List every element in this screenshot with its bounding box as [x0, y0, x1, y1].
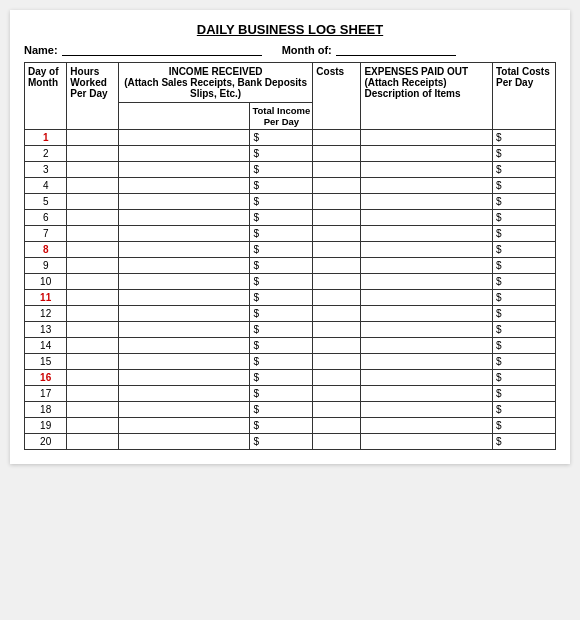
costs-cell[interactable]: [313, 178, 361, 194]
description-cell[interactable]: [361, 242, 493, 258]
total-income-cell[interactable]: $: [250, 258, 313, 274]
total-costs-cell[interactable]: $: [493, 338, 556, 354]
total-costs-cell[interactable]: $: [493, 354, 556, 370]
income-main-cell[interactable]: [118, 178, 250, 194]
income-main-cell[interactable]: [118, 162, 250, 178]
total-costs-cell[interactable]: $: [493, 322, 556, 338]
description-cell[interactable]: [361, 418, 493, 434]
description-cell[interactable]: [361, 258, 493, 274]
total-costs-cell[interactable]: $: [493, 274, 556, 290]
hours-cell[interactable]: [67, 162, 118, 178]
hours-cell[interactable]: [67, 226, 118, 242]
description-cell[interactable]: [361, 290, 493, 306]
total-costs-cell[interactable]: $: [493, 194, 556, 210]
income-main-cell[interactable]: [118, 258, 250, 274]
total-costs-cell[interactable]: $: [493, 402, 556, 418]
total-costs-cell[interactable]: $: [493, 258, 556, 274]
costs-cell[interactable]: [313, 402, 361, 418]
total-costs-cell[interactable]: $: [493, 370, 556, 386]
costs-cell[interactable]: [313, 146, 361, 162]
description-cell[interactable]: [361, 322, 493, 338]
total-costs-cell[interactable]: $: [493, 386, 556, 402]
costs-cell[interactable]: [313, 322, 361, 338]
total-costs-cell[interactable]: $: [493, 434, 556, 450]
income-main-cell[interactable]: [118, 242, 250, 258]
hours-cell[interactable]: [67, 418, 118, 434]
total-income-cell[interactable]: $: [250, 418, 313, 434]
description-cell[interactable]: [361, 434, 493, 450]
description-cell[interactable]: [361, 210, 493, 226]
hours-cell[interactable]: [67, 258, 118, 274]
income-main-cell[interactable]: [118, 354, 250, 370]
total-income-cell[interactable]: $: [250, 210, 313, 226]
total-income-cell[interactable]: $: [250, 386, 313, 402]
total-income-cell[interactable]: $: [250, 290, 313, 306]
description-cell[interactable]: [361, 226, 493, 242]
hours-cell[interactable]: [67, 194, 118, 210]
description-cell[interactable]: [361, 178, 493, 194]
costs-cell[interactable]: [313, 258, 361, 274]
income-main-cell[interactable]: [118, 370, 250, 386]
income-main-cell[interactable]: [118, 194, 250, 210]
income-main-cell[interactable]: [118, 226, 250, 242]
hours-cell[interactable]: [67, 338, 118, 354]
total-income-cell[interactable]: $: [250, 274, 313, 290]
description-cell[interactable]: [361, 386, 493, 402]
total-income-cell[interactable]: $: [250, 434, 313, 450]
total-costs-cell[interactable]: $: [493, 242, 556, 258]
income-main-cell[interactable]: [118, 322, 250, 338]
description-cell[interactable]: [361, 402, 493, 418]
hours-cell[interactable]: [67, 274, 118, 290]
hours-cell[interactable]: [67, 178, 118, 194]
total-income-cell[interactable]: $: [250, 162, 313, 178]
description-cell[interactable]: [361, 162, 493, 178]
total-income-cell[interactable]: $: [250, 194, 313, 210]
hours-cell[interactable]: [67, 402, 118, 418]
total-income-cell[interactable]: $: [250, 338, 313, 354]
income-main-cell[interactable]: [118, 386, 250, 402]
description-cell[interactable]: [361, 354, 493, 370]
income-main-cell[interactable]: [118, 130, 250, 146]
total-income-cell[interactable]: $: [250, 370, 313, 386]
costs-cell[interactable]: [313, 418, 361, 434]
description-cell[interactable]: [361, 274, 493, 290]
description-cell[interactable]: [361, 146, 493, 162]
hours-cell[interactable]: [67, 146, 118, 162]
costs-cell[interactable]: [313, 354, 361, 370]
total-income-cell[interactable]: $: [250, 130, 313, 146]
income-main-cell[interactable]: [118, 146, 250, 162]
income-main-cell[interactable]: [118, 306, 250, 322]
costs-cell[interactable]: [313, 274, 361, 290]
total-income-cell[interactable]: $: [250, 242, 313, 258]
hours-cell[interactable]: [67, 130, 118, 146]
total-costs-cell[interactable]: $: [493, 178, 556, 194]
total-costs-cell[interactable]: $: [493, 130, 556, 146]
hours-cell[interactable]: [67, 434, 118, 450]
income-main-cell[interactable]: [118, 434, 250, 450]
hours-cell[interactable]: [67, 290, 118, 306]
total-costs-cell[interactable]: $: [493, 162, 556, 178]
income-main-cell[interactable]: [118, 290, 250, 306]
total-costs-cell[interactable]: $: [493, 418, 556, 434]
hours-cell[interactable]: [67, 242, 118, 258]
total-income-cell[interactable]: $: [250, 226, 313, 242]
total-income-cell[interactable]: $: [250, 146, 313, 162]
income-main-cell[interactable]: [118, 402, 250, 418]
hours-cell[interactable]: [67, 210, 118, 226]
total-costs-cell[interactable]: $: [493, 146, 556, 162]
costs-cell[interactable]: [313, 242, 361, 258]
costs-cell[interactable]: [313, 130, 361, 146]
costs-cell[interactable]: [313, 386, 361, 402]
total-income-cell[interactable]: $: [250, 306, 313, 322]
hours-cell[interactable]: [67, 354, 118, 370]
costs-cell[interactable]: [313, 210, 361, 226]
hours-cell[interactable]: [67, 370, 118, 386]
total-income-cell[interactable]: $: [250, 402, 313, 418]
total-income-cell[interactable]: $: [250, 322, 313, 338]
total-costs-cell[interactable]: $: [493, 306, 556, 322]
hours-cell[interactable]: [67, 306, 118, 322]
costs-cell[interactable]: [313, 290, 361, 306]
description-cell[interactable]: [361, 194, 493, 210]
hours-cell[interactable]: [67, 386, 118, 402]
income-main-cell[interactable]: [118, 338, 250, 354]
